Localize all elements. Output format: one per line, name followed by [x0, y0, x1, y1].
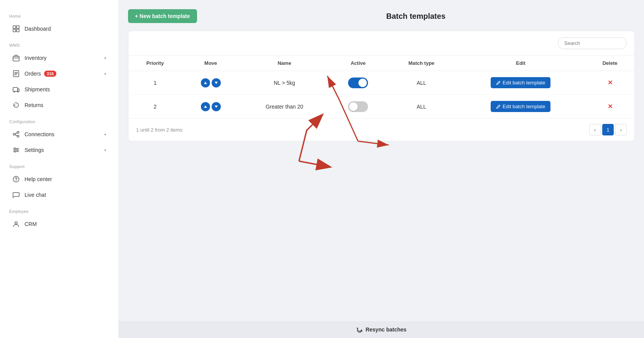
sidebar-section-wms: WMS Inventory ▾ Orders 316 ▾ Shipments [0, 37, 118, 113]
inventory-icon [12, 54, 20, 62]
crm-icon [12, 220, 20, 228]
page-1-button[interactable]: 1 [602, 124, 614, 135]
svg-rect-0 [13, 26, 16, 28]
sidebar-item-shipments[interactable]: Shipments [3, 82, 115, 97]
sidebar-section-label-support: Support [0, 158, 118, 171]
resync-label: Resync batches [366, 326, 407, 333]
new-batch-button[interactable]: + New batch template [128, 9, 197, 23]
prev-page-button[interactable]: ‹ [589, 124, 601, 135]
cell-match-type-1: ALL [387, 71, 456, 95]
chat-icon [12, 191, 20, 199]
page-title: Batch templates [197, 12, 635, 21]
pagination: ‹ 1 › [589, 124, 627, 135]
sidebar-item-orders[interactable]: Orders 316 ▾ [3, 66, 115, 81]
batch-templates-table-card: Priority Move Name Active Match type Edi… [128, 31, 635, 141]
cell-priority-1: 1 [128, 71, 182, 95]
svg-rect-1 [16, 26, 19, 28]
sidebar-item-livechat[interactable]: Live chat [3, 187, 115, 203]
sidebar-item-inventory[interactable]: Inventory ▾ [3, 50, 115, 66]
svg-point-14 [14, 151, 16, 152]
sidebar-item-connections[interactable]: Connections ▾ [3, 127, 115, 142]
sidebar-section-home: Home Dashboard [0, 8, 118, 37]
sidebar-item-label-dashboard: Dashboard [25, 26, 51, 32]
sidebar-item-helpcenter[interactable]: Help center [3, 171, 115, 187]
svg-rect-3 [16, 29, 19, 32]
table-footer: 1 until 2 from 2 items ‹ 1 › [128, 118, 634, 141]
col-active: Active [329, 56, 387, 71]
sidebar-item-label-inventory: Inventory [25, 55, 47, 61]
batch-templates-table: Priority Move Name Active Match type Edi… [128, 56, 634, 118]
help-icon [12, 175, 20, 183]
move-down-button-2[interactable] [212, 102, 221, 111]
next-page-button[interactable]: › [615, 124, 627, 135]
cell-match-type-2: ALL [387, 95, 456, 119]
cell-edit-1: Edit batch template [456, 71, 585, 95]
sidebar-section-label-home: Home [0, 8, 118, 21]
sidebar-item-label-settings: Settings [25, 147, 44, 153]
edit-batch-button-1[interactable]: Edit batch template [491, 77, 550, 88]
chevron-down-icon-connections: ▾ [104, 132, 106, 137]
table-row: 2 Greater than 20 [128, 95, 634, 119]
svg-point-8 [17, 91, 18, 92]
move-down-button-1[interactable] [212, 78, 221, 87]
move-up-button-2[interactable] [201, 102, 210, 111]
cell-name-1: NL > 5kg [240, 71, 329, 95]
toggle-active-1[interactable] [348, 77, 368, 88]
move-up-button-1[interactable] [201, 78, 210, 87]
col-priority: Priority [128, 56, 182, 71]
sidebar-item-label-livechat: Live chat [25, 192, 46, 198]
search-input[interactable] [558, 37, 627, 49]
svg-rect-6 [13, 87, 18, 91]
sidebar-item-crm[interactable]: CRM [3, 216, 115, 232]
toggle-slider-1 [348, 77, 368, 88]
sidebar-section-configuration: Configuration Connections ▾ Settings ▾ [0, 113, 118, 158]
resync-batches-button[interactable]: Resync batches [356, 326, 407, 333]
svg-point-12 [14, 148, 16, 149]
sidebar-item-dashboard[interactable]: Dashboard [3, 21, 115, 36]
sidebar-section-label-wms: WMS [0, 37, 118, 50]
connections-icon [12, 130, 20, 138]
settings-icon [12, 146, 20, 154]
toggle-active-2[interactable] [348, 101, 368, 112]
sidebar-item-returns[interactable]: Returns [3, 97, 115, 113]
cell-delete-1: ✕ [585, 71, 634, 95]
move-arrows-2 [188, 102, 233, 111]
cell-move-2 [182, 95, 240, 119]
sidebar-item-label-crm: CRM [25, 221, 37, 227]
table-row: 1 NL > 5kg [128, 71, 634, 95]
delete-button-2[interactable]: ✕ [608, 103, 613, 110]
resync-bar: Resync batches [119, 321, 644, 338]
cell-edit-2: Edit batch template [456, 95, 585, 119]
resync-icon [356, 326, 363, 333]
sidebar-item-label-connections: Connections [25, 131, 54, 137]
page-header: + New batch template Batch templates [128, 9, 635, 23]
col-match-type: Match type [387, 56, 456, 71]
toggle-knob-2 [349, 102, 358, 111]
edit-batch-button-2[interactable]: Edit batch template [491, 101, 550, 112]
sidebar-item-label-orders: Orders [25, 71, 41, 77]
col-delete: Delete [585, 56, 634, 71]
orders-badge: 316 [44, 71, 56, 77]
pagination-info: 1 until 2 from 2 items [136, 127, 182, 133]
cell-priority-2: 2 [128, 95, 182, 119]
orders-icon [12, 70, 20, 77]
dashboard-icon [12, 25, 20, 33]
shipments-icon [12, 86, 20, 93]
svg-point-7 [14, 91, 15, 92]
sidebar-item-label-shipments: Shipments [25, 86, 50, 92]
returns-icon [12, 101, 20, 109]
chevron-down-icon: ▾ [104, 56, 106, 60]
svg-point-16 [16, 180, 16, 181]
sidebar-item-settings[interactable]: Settings ▾ [3, 142, 115, 158]
table-body: 1 NL > 5kg [128, 71, 634, 119]
sidebar: Home Dashboard WMS Inventory ▾ Orders 31… [0, 0, 119, 338]
sidebar-section-label-configuration: Configuration [0, 113, 118, 126]
table-header: Priority Move Name Active Match type Edi… [128, 56, 634, 71]
svg-point-10 [17, 132, 19, 134]
sidebar-section-support: Support Help center Live chat [0, 158, 118, 203]
col-edit: Edit [456, 56, 585, 71]
delete-button-1[interactable]: ✕ [608, 79, 613, 86]
chevron-down-icon-settings: ▾ [104, 148, 106, 152]
chevron-down-icon-orders: ▾ [104, 72, 106, 76]
sidebar-item-label-helpcenter: Help center [25, 176, 52, 182]
